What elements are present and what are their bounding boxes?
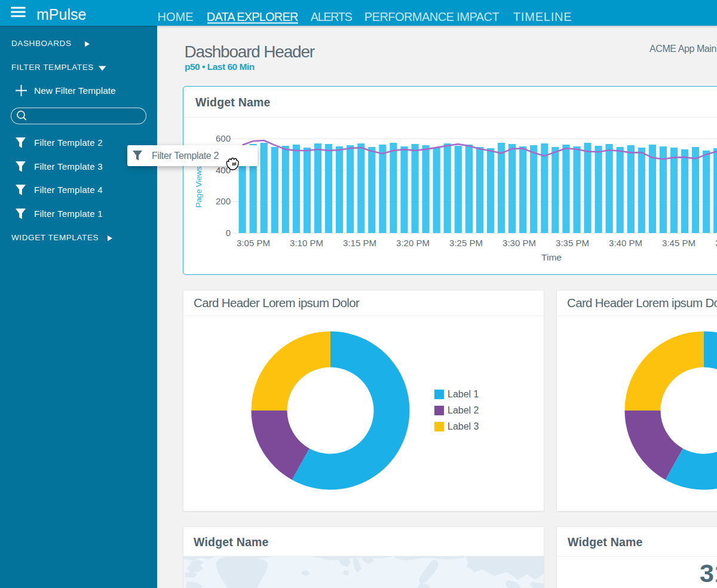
svg-text:3:25 PM: 3:25 PM [449,238,483,248]
svg-text:3:15 PM: 3:15 PM [343,238,376,248]
svg-text:3:35 PM: 3:35 PM [556,238,589,248]
svg-text:3:40 PM: 3:40 PM [609,238,642,248]
svg-text:Time: Time [541,252,562,262]
svg-text:600: 600 [215,133,230,143]
svg-text:3:45 PM: 3:45 PM [662,238,695,248]
svg-text:3:05 PM: 3:05 PM [237,238,270,248]
svg-text:3:20 PM: 3:20 PM [396,238,430,248]
svg-text:3:10 PM: 3:10 PM [290,238,323,248]
svg-text:200: 200 [215,196,230,206]
svg-text:0: 0 [225,228,230,238]
svg-text:3:50 PM: 3:50 PM [715,238,717,248]
svg-text:3:30 PM: 3:30 PM [502,238,536,248]
svg-text:Page Views: Page Views [194,166,203,207]
